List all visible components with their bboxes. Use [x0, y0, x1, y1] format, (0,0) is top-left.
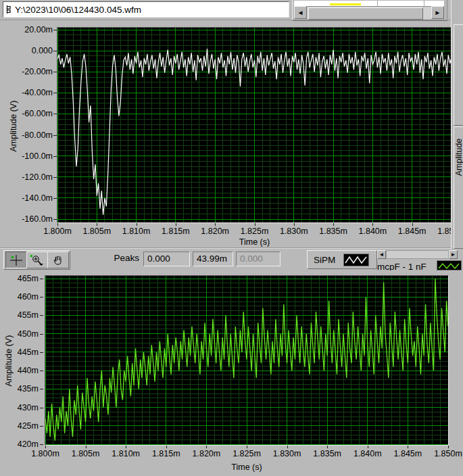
x-tick-label: 1.800m: [31, 449, 59, 458]
y-tick-label: -160.0m: [22, 214, 53, 224]
divider: [447, 0, 447, 20]
x-tick-label: 1.815m: [152, 449, 180, 458]
x-tick-label: 1.825m: [233, 449, 261, 458]
graph2-y-ticks: [40, 276, 43, 445]
y-tick-label: 455m: [18, 310, 39, 320]
strip-divider: [377, 1, 378, 6]
x-tick-label: 1.825m: [241, 227, 269, 236]
x-tick-label: 1.805m: [72, 449, 100, 458]
legend-sipm-swatch[interactable]: [343, 254, 369, 266]
top-horizontal-scrollbar[interactable]: ◄ ►: [294, 6, 444, 19]
x-tick-label: 1.805m: [82, 227, 111, 236]
graph1-x-tick-labels: 1.800m1.805m1.810m1.815m1.820m1.825m1.83…: [57, 227, 452, 237]
cursor-tool-button[interactable]: [5, 252, 27, 268]
hand-icon: [51, 254, 65, 266]
waveform-graph-sipm[interactable]: [57, 27, 452, 223]
yellow-trace-fragment: [330, 3, 361, 5]
y-tick-label: 460m: [18, 292, 39, 302]
graph2-x-axis-title: Time (s): [45, 462, 448, 472]
x-tick-label: 1.840m: [359, 227, 387, 236]
legend-scroll-right-button[interactable]: ►: [449, 250, 458, 259]
graph1-y-tick-labels: 20.00m0.000-20.00m-40.00m-60.00m-80.00m-…: [0, 28, 53, 222]
y-tick-label: -60.00m: [22, 109, 53, 118]
file-path-control[interactable]: Y:\2023\10\06\124430.045.wfm: [3, 1, 289, 18]
y-tick-label: 445m: [18, 348, 39, 357]
x-tick-label: 1.840m: [354, 449, 382, 458]
labview-front-panel: Y:\2023\10\06\124430.045.wfm ◄ ► Amplitu…: [0, 0, 463, 476]
strip-divider: [424, 1, 424, 6]
x-tick-label: 1.845m: [398, 227, 427, 236]
y-tick-label: -120.0m: [22, 172, 53, 182]
graph2-y-tick-labels: 465m460m455m450m445m440m435m430m425m420m: [0, 276, 39, 445]
graph2-x-ticks: [45, 446, 448, 448]
crosshair-icon: [9, 254, 24, 266]
legend-sipm-label: SiPM: [314, 255, 343, 265]
x-tick-label: 1.810m: [112, 449, 140, 458]
graph-palette: [3, 250, 70, 270]
x-tick-label: 1.815m: [162, 227, 190, 236]
scroll-right-button[interactable]: ►: [431, 6, 444, 19]
y-tick-label: 440m: [18, 366, 39, 375]
peak-value-2[interactable]: 43.99m: [193, 252, 233, 266]
legend-entry-sipm[interactable]: SiPM: [307, 250, 377, 269]
waveform-graph-mcp[interactable]: [45, 275, 449, 446]
y-tick-label: -140.0m: [22, 193, 53, 203]
rail-amplitude-label: Amplitude: [454, 90, 463, 225]
scroll-left-button[interactable]: ◄: [294, 6, 307, 19]
x-tick-label: 1.800m: [43, 227, 72, 236]
y-tick-label: -40.00m: [22, 88, 53, 97]
x-tick-label: 1.835m: [319, 227, 347, 236]
legend-mcp-swatch[interactable]: [437, 260, 462, 270]
x-tick-label: 1.820m: [193, 449, 221, 458]
right-rail: Amplitude: [451, 0, 463, 249]
legend-entry-mcp[interactable]: mcpF - 1 nF: [377, 260, 463, 270]
path-icon: [5, 4, 13, 15]
scrollbar-thumb[interactable]: [308, 7, 423, 20]
peak-value-1[interactable]: 0.000: [143, 252, 190, 266]
x-tick-label: 1.835m: [313, 449, 341, 458]
x-tick-label: 1.845m: [394, 449, 422, 458]
y-tick-label: -20.00m: [22, 67, 53, 76]
x-tick-label: 1.830m: [280, 227, 308, 236]
file-path-value[interactable]: Y:\2023\10\06\124430.045.wfm: [15, 5, 141, 15]
legend-mcp-label: mcpF - 1 nF: [377, 262, 427, 270]
divider: [0, 20, 463, 20]
zoom-tool-button[interactable]: [26, 252, 48, 268]
scrollbar-track[interactable]: [307, 6, 431, 19]
divider: [0, 248, 463, 249]
legend-scrollbar[interactable]: ◄ ►: [377, 250, 458, 259]
y-tick-label: 20.00m: [24, 25, 53, 34]
x-tick-label: 1.850m: [434, 449, 462, 458]
y-tick-label: 430m: [18, 403, 39, 412]
y-tick-label: -100.0m: [22, 151, 53, 161]
magnifier-icon: [29, 254, 45, 267]
top-right-panel: ◄ ►: [292, 0, 447, 21]
y-tick-label: -80.00m: [22, 130, 53, 140]
y-tick-label: 420m: [18, 439, 39, 449]
graph1-x-ticks: [57, 223, 452, 226]
graph2-x-tick-labels: 1.800m1.805m1.810m1.815m1.820m1.825m1.83…: [45, 449, 448, 459]
legend-scroll-left-button[interactable]: ◄: [377, 250, 386, 259]
y-tick-label: 435m: [18, 384, 39, 394]
pan-tool-button[interactable]: [47, 252, 69, 268]
peak-value-3[interactable]: 0.000: [236, 252, 281, 266]
waveform-zigzag-icon: [344, 254, 368, 266]
waveform-zigzag-icon: [437, 262, 461, 270]
graph1-x-axis-title: Time (s): [57, 237, 452, 247]
x-tick-label: 1.830m: [273, 449, 301, 458]
legend-scroll-track[interactable]: [386, 250, 449, 259]
peaks-label: Peaks: [80, 253, 139, 263]
x-tick-label: 1.820m: [201, 227, 229, 236]
y-tick-label: 0.000: [32, 46, 53, 55]
x-tick-label: 1.810m: [122, 227, 151, 236]
y-tick-label: 450m: [18, 329, 39, 339]
y-tick-label: 465m: [18, 274, 39, 283]
cutoff-plot-strip: [294, 1, 444, 6]
y-tick-label: 425m: [18, 421, 39, 431]
